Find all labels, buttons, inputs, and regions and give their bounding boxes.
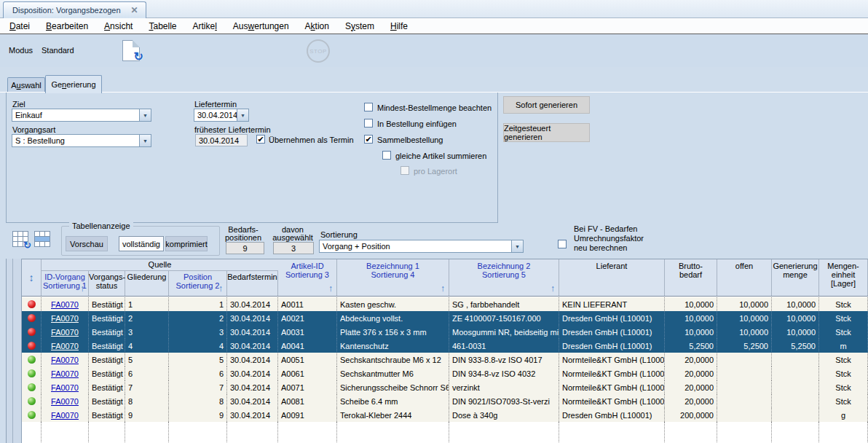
- tab-generierung[interactable]: Generierung: [45, 75, 102, 93]
- table-empty-area: [22, 422, 868, 443]
- menu-item-artikel[interactable]: Artikel: [185, 20, 225, 33]
- uebernehmen-checkbox[interactable]: ✔: [256, 135, 265, 144]
- vorgang-link[interactable]: FA0070: [51, 356, 79, 364]
- cell-selector: [22, 339, 42, 353]
- chevron-down-icon[interactable]: ▼: [511, 240, 523, 252]
- column-header-id_vorgang[interactable]: ID-VorgangSortierung 1↑: [42, 271, 89, 296]
- cell-bezeichnung1: Scheibe 6.4 mm: [337, 394, 449, 408]
- cell-bruttobedarf: 10,0000: [665, 311, 717, 325]
- view-button-vollständig[interactable]: vollständig: [119, 236, 164, 251]
- cell-bezeichnung1: Kasten geschw.: [337, 297, 449, 311]
- column-header-bezeichnung1[interactable]: Bezeichnung 1Sortierung 4↑: [337, 259, 449, 296]
- document-tab[interactable]: Disposition: Vorgangsbezogen ✕: [3, 1, 146, 18]
- table-row-5[interactable]: FA0070Bestätigt5530.04.2014A0051Sechskan…: [22, 353, 868, 366]
- column-header-bedarfstermin[interactable]: Bedarfstermin: [227, 271, 278, 296]
- panel-top-edge: [0, 92, 868, 93]
- column-header-selector[interactable]: ↕: [22, 259, 42, 296]
- sort-up-icon[interactable]: ↑: [441, 284, 445, 293]
- cell-selector: [22, 297, 42, 311]
- column-header-vorgangsstatus[interactable]: Vorgangs-status: [89, 271, 125, 296]
- close-icon[interactable]: ✕: [131, 5, 138, 15]
- checkbox-label-1: In Bestellung einfügen: [377, 119, 457, 128]
- menu-item-ansicht[interactable]: Ansicht: [96, 20, 141, 33]
- checkbox-2[interactable]: ✔: [364, 135, 373, 144]
- chevron-down-icon[interactable]: ▼: [139, 109, 151, 121]
- vorgang-link[interactable]: FA0070: [51, 383, 79, 392]
- table-row-2[interactable]: FA0070Bestätigt2230.04.2014A0021Abdeckun…: [22, 311, 868, 325]
- refresh-document-icon[interactable]: ↻: [122, 40, 140, 61]
- table-row-9[interactable]: FA0070Bestätigt9930.04.2014A0091Terokal-…: [22, 408, 868, 422]
- column-header-bezeichnung2[interactable]: Bezeichnung 2Sortierung 5↑: [449, 259, 559, 296]
- table-left-margin: [0, 259, 6, 443]
- checkbox-0[interactable]: [364, 103, 373, 111]
- table-row-3[interactable]: FA0070Bestätigt3330.04.2014A0031Platte 3…: [22, 325, 868, 339]
- cell-vorgangsstatus: Bestätigt: [89, 408, 125, 422]
- menu-item-hilfe[interactable]: Hilfe: [382, 20, 416, 33]
- table-row-4[interactable]: FA0070Bestätigt4430.04.2014A0041Kantensc…: [22, 339, 868, 353]
- menu-item-tabelle[interactable]: Tabelle: [141, 20, 184, 33]
- checkbox-1[interactable]: [364, 119, 373, 128]
- column-header-position[interactable]: PositionSortierung 2↑: [169, 271, 227, 296]
- checkbox-label-3: gleiche Artikel summieren: [395, 152, 486, 160]
- column-header-artikel_id[interactable]: Artikel-IDSortierung 3↑: [278, 259, 337, 296]
- column-header-bruttobedarf[interactable]: Brutto-bedarf: [665, 259, 717, 296]
- checkbox-label-2: Sammelbestellung: [377, 136, 443, 144]
- table-row-8[interactable]: FA0070Bestätigt8830.04.2014A0081Scheibe …: [22, 394, 868, 408]
- vorgang-link[interactable]: FA0070: [51, 369, 79, 378]
- sort-up-icon[interactable]: ↑: [218, 284, 223, 293]
- menu-item-bearbeiten[interactable]: Bearbeiten: [38, 20, 96, 33]
- table-row-1[interactable]: FA0070Bestätigt1130.04.2014A0011Kasten g…: [22, 297, 868, 311]
- vorgangsart-select[interactable]: S : Bestellung ▼: [12, 134, 151, 147]
- sort-up-icon[interactable]: ↑: [328, 284, 333, 293]
- menu-item-aktion[interactable]: Aktion: [297, 20, 337, 33]
- cell-artikel_id: A0051: [278, 353, 337, 366]
- ziel-select[interactable]: Einkauf ▼: [12, 109, 151, 122]
- cell-bezeichnung2: Dose à 340g: [449, 408, 559, 422]
- table-row-7[interactable]: FA0070Bestätigt7730.04.2014A0071Sicherun…: [22, 380, 868, 394]
- vorgang-link[interactable]: FA0070: [51, 314, 79, 323]
- menu-item-datei[interactable]: Datei: [1, 20, 38, 33]
- umrechnungsfaktor-checkbox[interactable]: [558, 240, 567, 248]
- sortierung-select[interactable]: Vorgang + Position ▼: [319, 240, 524, 253]
- fruehester-liefertermin-field[interactable]: 30.04.2014: [195, 134, 248, 146]
- bedarfspositionen-label-2: positionen: [218, 233, 268, 242]
- column-header-lieferant[interactable]: Lieferant: [559, 259, 665, 296]
- cell-vorgangsstatus: Bestätigt: [89, 394, 125, 408]
- column-header-gliederung[interactable]: Gliederung: [125, 271, 169, 296]
- view-button-komprimiert[interactable]: komprimiert: [165, 236, 208, 251]
- table-row-6[interactable]: FA0070Bestätigt6630.04.2014A0061Sechskan…: [22, 366, 868, 380]
- cell-bedarfstermin: 30.04.2014: [227, 394, 278, 408]
- refresh-table-icon[interactable]: ↻: [12, 231, 28, 247]
- sort-up-icon[interactable]: ↑: [80, 284, 84, 293]
- column-header-generierungmenge[interactable]: Generierungmenge: [772, 259, 819, 296]
- uebernehmen-label: Übernehmen als Termin: [269, 136, 354, 144]
- menu-item-auswertungen[interactable]: Auswertungen: [225, 20, 297, 33]
- modus-label: Modus: [9, 46, 33, 55]
- sort-up-icon[interactable]: ↑: [551, 284, 555, 293]
- column-header-mengeneinheit[interactable]: Mengen-einheit[Lager]: [819, 259, 868, 296]
- vorgang-link[interactable]: FA0070: [51, 300, 79, 309]
- cell-bezeichnung2: SG , farbbehandelt: [449, 297, 559, 311]
- liefertermin-label: Liefertermin: [194, 100, 237, 109]
- vorgang-link[interactable]: FA0070: [51, 411, 79, 420]
- cell-bedarfstermin: 30.04.2014: [227, 297, 278, 311]
- select-rows-icon[interactable]: [34, 231, 50, 247]
- cell-position: 8: [169, 394, 227, 408]
- vorgang-link[interactable]: FA0070: [51, 397, 79, 406]
- checkbox-3[interactable]: [382, 151, 391, 160]
- chevron-down-icon[interactable]: ▼: [139, 135, 151, 146]
- zeitgesteuert-generieren-button[interactable]: Zeitgesteuert generieren: [503, 123, 590, 142]
- liefertermin-select[interactable]: 30.04.2014 ▼: [194, 109, 249, 122]
- chevron-down-icon[interactable]: ▼: [237, 109, 248, 121]
- vorgang-link[interactable]: FA0070: [51, 328, 79, 337]
- vorgang-link[interactable]: FA0070: [51, 342, 79, 350]
- cell-gliederung: 3: [125, 325, 169, 339]
- sofort-generieren-button[interactable]: Sofort generieren: [503, 96, 590, 114]
- cell-id_vorgang: FA0070: [42, 353, 89, 366]
- view-button-vorschau[interactable]: Vorschau: [66, 236, 108, 251]
- cell-id_vorgang: FA0070: [42, 408, 89, 422]
- column-header-offen[interactable]: offen: [717, 259, 772, 296]
- tab-auswahl[interactable]: Auswahl: [7, 77, 45, 93]
- cell-bruttobedarf: 20,0000: [665, 366, 717, 380]
- menu-item-system[interactable]: System: [337, 20, 382, 33]
